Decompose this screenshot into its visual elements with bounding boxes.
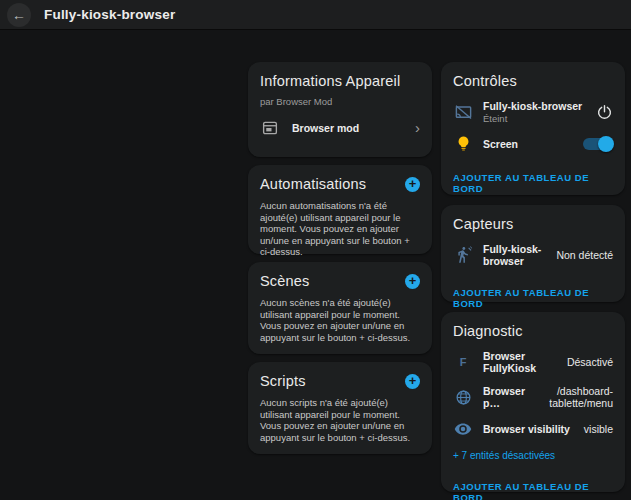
power-icon (596, 104, 613, 121)
scenes-empty-text: Aucun scènes n'a été ajouté(e) utilisant… (260, 297, 420, 343)
app-header: ← Fully-kiosk-browser (0, 0, 631, 30)
globe-icon (453, 389, 473, 406)
entity-name: Screen (483, 138, 577, 150)
automations-card: Automatisations + Aucun automatisations … (248, 165, 432, 254)
entity-row: Screen (453, 135, 613, 152)
add-to-dashboard-button[interactable]: AJOUTER AU TABLEAU DE BORD (453, 481, 613, 500)
scripts-title: Scripts (260, 373, 306, 389)
entity-name: Browser p… (483, 385, 523, 409)
power-button[interactable] (596, 104, 613, 121)
toggle-knob (598, 136, 614, 152)
entity-state: Désactivé (567, 356, 613, 368)
add-automation-button[interactable]: + (405, 177, 420, 192)
scripts-card: Scripts + Aucun scripts n'a été ajouté(e… (248, 362, 432, 454)
entity-row[interactable]: Browser visibility visible (453, 420, 613, 438)
scenes-title: Scènes (260, 273, 310, 289)
right-column: Contrôles Fully-kiosk-browser Éteint (441, 62, 625, 492)
automations-title: Automatisations (260, 176, 366, 192)
diagnostic-card: Diagnostic F Browser FullyKiosk Désactiv… (441, 312, 625, 492)
sensors-card: Capteurs Fully-kiosk-browser Non détecté… (441, 205, 625, 302)
integration-link[interactable]: Browser mod › (260, 119, 420, 137)
entity-state: Non détecté (556, 249, 613, 261)
add-to-dashboard-button[interactable]: AJOUTER AU TABLEAU DE BORD (453, 172, 613, 194)
entity-name: Fully-kiosk-browser (483, 243, 550, 267)
entity-state: visible (584, 423, 613, 435)
entity-row[interactable]: F Browser FullyKiosk Désactivé (453, 350, 613, 374)
screen-toggle[interactable] (583, 138, 613, 150)
entity-state-secondary: Éteint (483, 113, 590, 124)
letter-f-icon: F (453, 356, 473, 368)
sensors-title: Capteurs (453, 216, 613, 232)
arrow-left-icon: ← (12, 7, 26, 23)
controls-title: Contrôles (453, 73, 613, 89)
entity-row[interactable]: Browser p… /dashboard-tablette/menu (453, 385, 613, 409)
add-to-dashboard-button[interactable]: AJOUTER AU TABLEAU DE BORD (453, 287, 613, 309)
entity-row[interactable]: Fully-kiosk-browser Éteint (453, 100, 613, 124)
entity-name: Fully-kiosk-browser (483, 100, 590, 112)
automations-empty-text: Aucun automatisations n'a été ajouté(e) … (260, 200, 420, 258)
device-info-card: Informations Appareil par Browser Mod Br… (248, 62, 432, 157)
device-manufacturer: par Browser Mod (260, 96, 420, 107)
motion-sensor-off-icon (453, 246, 473, 265)
diagnostic-title: Diagnostic (453, 323, 613, 339)
entity-state: /dashboard-tablette/menu (529, 385, 613, 409)
disabled-entities-link[interactable]: + 7 entités désactivées (453, 450, 613, 461)
entity-name: Browser visibility (483, 423, 578, 435)
integration-label: Browser mod (292, 122, 415, 134)
lightbulb-icon (453, 135, 473, 152)
add-script-button[interactable]: + (405, 374, 420, 389)
chevron-right-icon: › (415, 123, 420, 133)
entity-row[interactable]: Fully-kiosk-browser Non détecté (453, 243, 613, 267)
controls-card: Contrôles Fully-kiosk-browser Éteint (441, 62, 625, 195)
device-info-title: Informations Appareil (260, 73, 420, 89)
add-scene-button[interactable]: + (405, 274, 420, 289)
page-title: Fully-kiosk-browser (44, 7, 175, 22)
scenes-card: Scènes + Aucun scènes n'a été ajouté(e) … (248, 262, 432, 354)
scripts-empty-text: Aucun scripts n'a été ajouté(e) utilisan… (260, 397, 420, 443)
left-column: Informations Appareil par Browser Mod Br… (248, 62, 432, 454)
eye-icon (453, 420, 473, 438)
back-button[interactable]: ← (7, 3, 31, 27)
browser-mod-integration-icon (260, 119, 280, 137)
cast-off-icon (453, 103, 473, 122)
entity-name: Browser FullyKiosk (483, 350, 561, 374)
